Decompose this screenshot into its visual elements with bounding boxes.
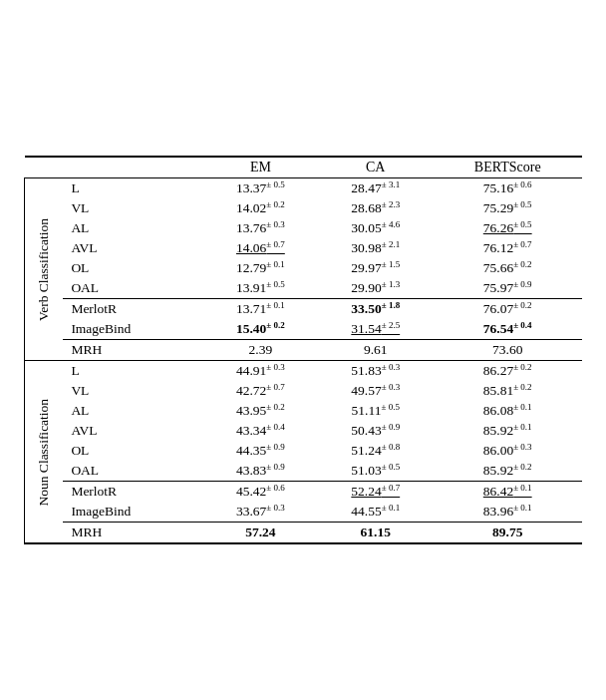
cell-bs: 89.75 — [433, 523, 582, 544]
cell-bertscore: 85.92± 0.1 — [433, 421, 582, 441]
cell-bertscore: 75.16± 0.6 — [433, 178, 582, 199]
table-header: EM CA BERTScore — [25, 157, 583, 178]
row-label: MerlotR — [63, 299, 202, 320]
row-label: OAL — [63, 278, 202, 299]
row-label: OL — [63, 258, 202, 278]
mrh-row: MRH57.2461.1589.75 — [25, 523, 583, 544]
cell-em: 57.24 — [203, 523, 318, 544]
cell-bertscore: 83.96± 0.1 — [433, 502, 582, 523]
cell-em: 43.95± 0.2 — [203, 401, 318, 421]
row-label: AVL — [63, 421, 202, 441]
cell-ca: 51.24± 0.8 — [318, 441, 433, 461]
cell-ca: 52.24± 0.7 — [318, 482, 433, 503]
noun-section-label: Noun Classification — [25, 361, 64, 544]
table-row: MerlotR45.42± 0.652.24± 0.786.42± 0.1 — [25, 482, 583, 503]
cell-bertscore: 75.66± 0.2 — [433, 258, 582, 278]
cell-bertscore: 75.29± 0.5 — [433, 198, 582, 218]
results-table-wrapper: EM CA BERTScore Verb ClassificationL13.3… — [24, 156, 582, 544]
cell-ca: 50.43± 0.9 — [318, 421, 433, 441]
cell-em: 13.37± 0.5 — [203, 178, 318, 199]
cell-em: 43.83± 0.9 — [203, 461, 318, 482]
cell-ca: 61.15 — [318, 523, 433, 544]
cell-ca: 51.83± 0.3 — [318, 361, 433, 382]
cell-ca: 51.03± 0.5 — [318, 461, 433, 482]
cell-em: 13.76± 0.3 — [203, 218, 318, 238]
cell-bertscore: 86.42± 0.1 — [433, 482, 582, 503]
row-label: VL — [63, 198, 202, 218]
cell-ca: 28.68± 2.3 — [318, 198, 433, 218]
row-label: OL — [63, 441, 202, 461]
table-row: Noun ClassificationL44.91± 0.351.83± 0.3… — [25, 361, 583, 382]
cell-ca: 29.97± 1.5 — [318, 258, 433, 278]
table-row: OAL43.83± 0.951.03± 0.585.92± 0.2 — [25, 461, 583, 482]
verb-section-label: Verb Classification — [25, 178, 64, 361]
cell-ca: 33.50± 1.8 — [318, 299, 433, 320]
table-row: VL42.72± 0.749.57± 0.385.81± 0.2 — [25, 381, 583, 401]
cell-bertscore: 86.00± 0.3 — [433, 441, 582, 461]
header-em: EM — [203, 157, 318, 178]
cell-em: 2.39 — [203, 340, 318, 361]
mrh-row: MRH2.399.6173.60 — [25, 340, 583, 361]
cell-bertscore: 85.81± 0.2 — [433, 381, 582, 401]
table-row: OAL13.91± 0.529.90± 1.375.97± 0.9 — [25, 278, 583, 299]
table-row: Verb ClassificationL13.37± 0.528.47± 3.1… — [25, 178, 583, 199]
cell-ca: 30.98± 2.1 — [318, 238, 433, 258]
row-label: AL — [63, 401, 202, 421]
cell-em: 14.02± 0.2 — [203, 198, 318, 218]
cell-ca: 29.90± 1.3 — [318, 278, 433, 299]
row-label: ImageBind — [63, 319, 202, 340]
cell-em: 13.91± 0.5 — [203, 278, 318, 299]
cell-bertscore: 76.54± 0.4 — [433, 319, 582, 340]
row-label: L — [63, 178, 202, 199]
row-label: AL — [63, 218, 202, 238]
row-label: VL — [63, 381, 202, 401]
cell-ca: 28.47± 3.1 — [318, 178, 433, 199]
table-row: OL12.79± 0.129.97± 1.575.66± 0.2 — [25, 258, 583, 278]
cell-ca: 9.61 — [318, 340, 433, 361]
table-row: OL44.35± 0.951.24± 0.886.00± 0.3 — [25, 441, 583, 461]
cell-ca: 51.11± 0.5 — [318, 401, 433, 421]
cell-em: 44.91± 0.3 — [203, 361, 318, 382]
cell-em: 33.67± 0.3 — [203, 502, 318, 523]
cell-bertscore: 76.07± 0.2 — [433, 299, 582, 320]
cell-bertscore: 75.97± 0.9 — [433, 278, 582, 299]
cell-em: 15.40± 0.2 — [203, 319, 318, 340]
table-row: VL14.02± 0.228.68± 2.375.29± 0.5 — [25, 198, 583, 218]
cell-em: 45.42± 0.6 — [203, 482, 318, 503]
row-label: AVL — [63, 238, 202, 258]
header-empty — [25, 157, 203, 178]
table-row: ImageBind33.67± 0.344.55± 0.183.96± 0.1 — [25, 502, 583, 523]
cell-bertscore: 76.26± 0.5 — [433, 218, 582, 238]
cell-em: 43.34± 0.4 — [203, 421, 318, 441]
cell-em: 42.72± 0.7 — [203, 381, 318, 401]
row-label: MerlotR — [63, 482, 202, 503]
table-row: AL43.95± 0.251.11± 0.586.08± 0.1 — [25, 401, 583, 421]
table-row: AVL14.06± 0.730.98± 2.176.12± 0.7 — [25, 238, 583, 258]
cell-em: 14.06± 0.7 — [203, 238, 318, 258]
header-ca: CA — [318, 157, 433, 178]
cell-bertscore: 86.08± 0.1 — [433, 401, 582, 421]
row-label: OAL — [63, 461, 202, 482]
header-bertscore: BERTScore — [433, 157, 582, 178]
cell-em: 13.71± 0.1 — [203, 299, 318, 320]
row-label: MRH — [63, 340, 202, 361]
cell-bertscore: 85.92± 0.2 — [433, 461, 582, 482]
table-row: AVL43.34± 0.450.43± 0.985.92± 0.1 — [25, 421, 583, 441]
cell-ca: 49.57± 0.3 — [318, 381, 433, 401]
cell-bertscore: 76.12± 0.7 — [433, 238, 582, 258]
cell-em: 12.79± 0.1 — [203, 258, 318, 278]
cell-bertscore: 86.27± 0.2 — [433, 361, 582, 382]
cell-ca: 30.05± 4.6 — [318, 218, 433, 238]
cell-ca: 31.54± 2.5 — [318, 319, 433, 340]
cell-ca: 44.55± 0.1 — [318, 502, 433, 523]
cell-em: 44.35± 0.9 — [203, 441, 318, 461]
table-row: MerlotR13.71± 0.133.50± 1.876.07± 0.2 — [25, 299, 583, 320]
table-row: ImageBind15.40± 0.231.54± 2.576.54± 0.4 — [25, 319, 583, 340]
cell-bs: 73.60 — [433, 340, 582, 361]
row-label: ImageBind — [63, 502, 202, 523]
row-label: MRH — [63, 523, 202, 544]
table-row: AL13.76± 0.330.05± 4.676.26± 0.5 — [25, 218, 583, 238]
row-label: L — [63, 361, 202, 382]
results-table: EM CA BERTScore Verb ClassificationL13.3… — [24, 156, 582, 544]
